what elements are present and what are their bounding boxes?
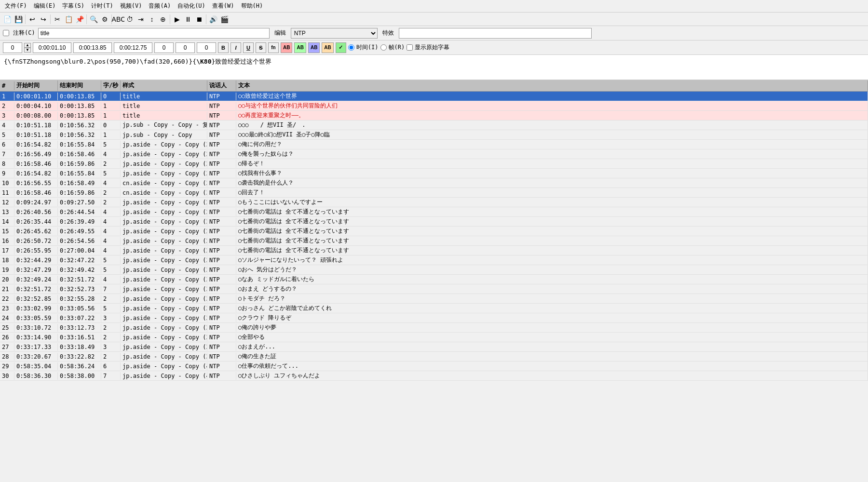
strikeout-button[interactable]: S <box>256 42 266 53</box>
timing-button[interactable]: ⏱ <box>124 14 135 25</box>
table-row[interactable]: 19 0:32:47.29 0:32:49.42 5 jp.aside - Co… <box>0 265 868 275</box>
table-row[interactable]: 7 0:16:56.49 0:16:58.46 4 jp.aside - Cop… <box>0 149 868 159</box>
table-row[interactable]: 29 0:58:35.04 0:58:36.24 6 jp.aside - Co… <box>0 362 868 371</box>
table-row[interactable]: 14 0:26:35.44 0:26:39.49 4 jp.aside - Co… <box>0 217 868 227</box>
fn-button[interactable]: fn <box>268 42 279 53</box>
layer-up[interactable]: ▲ <box>24 43 31 48</box>
shift-button[interactable]: ⇥ <box>136 14 146 25</box>
color2-button[interactable]: AB <box>294 42 306 53</box>
style-select[interactable]: NTP <box>291 28 378 39</box>
table-row[interactable]: 12 0:09:24.97 0:09:27.50 2 jp.aside - Co… <box>0 198 868 207</box>
text-edit-content[interactable]: {\fnSTZhongsong\blur0.2\pos(950,700)\fad… <box>4 57 864 67</box>
menu-view[interactable]: 查看(W) <box>209 1 237 11</box>
menu-audio[interactable]: 音频(A) <box>146 1 174 11</box>
bold-button[interactable]: B <box>218 42 229 53</box>
table-row[interactable]: 3 0:00:08.00 0:00:13.85 1 title NTP ○○再度… <box>0 111 868 120</box>
menu-bar: 文件(F) 编辑(E) 字幕(S) 计时(T) 视频(V) 音频(A) 自动化(… <box>0 0 868 13</box>
frame-radio[interactable] <box>380 44 387 51</box>
menu-edit[interactable]: 编辑(E) <box>31 1 59 11</box>
end-input[interactable] <box>73 42 112 53</box>
table-row[interactable]: 25 0:33:10.72 0:33:12.73 2 jp.aside - Co… <box>0 323 868 333</box>
menu-file[interactable]: 文件(F) <box>2 1 30 11</box>
start-input[interactable] <box>33 42 71 53</box>
table-row[interactable]: 26 0:33:14.90 0:33:16.51 2 jp.aside - Co… <box>0 333 868 342</box>
table-row[interactable]: 30 0:58:36.30 0:58:38.00 7 jp.aside - Co… <box>0 371 868 381</box>
table-row[interactable]: 17 0:26:55.95 0:27:00.04 4 jp.aside - Co… <box>0 246 868 255</box>
table-row[interactable]: 24 0:33:05.59 0:33:07.22 3 jp.aside - Co… <box>0 313 868 323</box>
redo-button[interactable]: ↪ <box>38 14 49 25</box>
time-radio[interactable] <box>348 44 354 51</box>
merge-button[interactable]: ⊕ <box>158 14 168 25</box>
prop-button[interactable]: ⚙ <box>99 14 110 25</box>
layer-input[interactable] <box>3 42 22 53</box>
cell-end: 0:26:54.56 <box>58 237 101 245</box>
layer-spinner[interactable]: ▲ ▼ <box>24 43 31 53</box>
show-original-checkbox[interactable] <box>407 44 413 51</box>
pause-button[interactable]: ⏸ <box>183 14 193 25</box>
menu-help[interactable]: 帮助(H) <box>238 1 266 11</box>
cell-text: ○七番街の電話は 全て不通となっています <box>236 227 868 236</box>
cell-text: ○ひさしぶり ユフィちゃんだよ <box>236 371 868 380</box>
cell-num: 30 <box>0 372 14 380</box>
color1-button[interactable]: AB <box>281 42 292 53</box>
cell-actor: NTP <box>207 102 236 110</box>
table-row[interactable]: 13 0:26:40.56 0:26:44.54 4 jp.aside - Co… <box>0 207 868 217</box>
annotation-checkbox[interactable] <box>3 30 9 36</box>
underline-button[interactable]: U <box>243 42 254 53</box>
margin-v-input[interactable] <box>197 42 216 53</box>
audio-button[interactable]: 🔊 <box>208 14 218 25</box>
table-row[interactable]: 15 0:26:45.62 0:26:49.55 4 jp.aside - Co… <box>0 227 868 236</box>
cell-num: 24 <box>0 314 14 322</box>
menu-subtitle[interactable]: 字幕(S) <box>59 1 87 11</box>
table-row[interactable]: 4 0:10:51.18 0:10:56.32 0 jp.sub - Copy … <box>0 120 868 130</box>
cut-button[interactable]: ✂ <box>52 14 63 25</box>
cell-cps: 3 <box>101 314 121 322</box>
table-row[interactable]: 27 0:33:17.33 0:33:18.49 3 jp.aside - Co… <box>0 342 868 352</box>
sort-button[interactable]: ↕ <box>147 14 157 25</box>
play-button[interactable]: ▶ <box>172 14 182 25</box>
table-row[interactable]: 16 0:26:50.72 0:26:54.56 4 jp.aside - Co… <box>0 236 868 246</box>
cell-style: jp.aside - Copy - Copy (3) <box>121 295 207 303</box>
copy-button[interactable]: 📋 <box>63 14 74 25</box>
cell-text: ○找我有什么事？ <box>236 169 868 178</box>
color4-button[interactable]: AB <box>322 42 333 53</box>
effect-input[interactable] <box>399 28 592 39</box>
margin-l-input[interactable] <box>154 42 174 53</box>
duration-input[interactable] <box>114 42 152 53</box>
stop-button[interactable]: ⏹ <box>194 14 204 25</box>
table-row[interactable]: 21 0:32:51.72 0:32:52.73 7 jp.aside - Co… <box>0 284 868 294</box>
table-row[interactable]: 10 0:16:56.55 0:16:58.49 4 cn.aside - Co… <box>0 178 868 188</box>
commit-button[interactable]: ✓ <box>336 42 346 53</box>
table-row[interactable]: 8 0:16:58.46 0:16:59.86 2 jp.aside - Cop… <box>0 159 868 169</box>
spell-button[interactable]: ABC <box>113 14 124 25</box>
table-row[interactable]: 9 0:16:54.82 0:16:55.84 5 jp.aside - Cop… <box>0 169 868 178</box>
cell-num: 20 <box>0 276 14 283</box>
italic-button[interactable]: I <box>231 42 241 53</box>
undo-button[interactable]: ↩ <box>27 14 38 25</box>
annotation-text-input[interactable] <box>38 28 270 39</box>
menu-video[interactable]: 视频(V) <box>117 1 145 11</box>
video-button[interactable]: 🎬 <box>219 14 230 25</box>
table-row[interactable]: 20 0:32:49.24 0:32:51.72 4 jp.aside - Co… <box>0 275 868 284</box>
table-row[interactable]: 11 0:16:58.46 0:16:59.86 2 cn.aside - Co… <box>0 188 868 198</box>
save-button[interactable]: 💾 <box>13 14 24 25</box>
table-row[interactable]: 2 0:00:04.10 0:00:13.85 1 title NTP ○○与这… <box>0 101 868 111</box>
table-row[interactable]: 6 0:16:54.82 0:16:55.84 5 jp.aside - Cop… <box>0 140 868 149</box>
cell-cps: 0 <box>101 121 121 129</box>
table-row[interactable]: 5 0:10:51.18 0:10:56.32 1 jp.sub - Copy … <box>0 130 868 140</box>
margin-r-input[interactable] <box>176 42 195 53</box>
table-row[interactable]: 18 0:32:44.29 0:32:47.22 5 jp.aside - Co… <box>0 255 868 265</box>
menu-auto[interactable]: 自动化(U) <box>175 1 208 11</box>
table-row[interactable]: 23 0:33:02.99 0:33:05.56 5 jp.aside - Co… <box>0 304 868 313</box>
table-row[interactable]: 1 0:00:01.10 0:00:13.85 0 title NTP ○○致曾… <box>0 92 868 101</box>
find-button[interactable]: 🔍 <box>88 14 99 25</box>
cell-num: 28 <box>0 353 14 361</box>
layer-down[interactable]: ▼ <box>24 48 31 53</box>
table-row[interactable]: 22 0:32:52.85 0:32:55.28 2 jp.aside - Co… <box>0 294 868 304</box>
cell-style: jp.aside - Copy - Copy (2) <box>121 228 207 235</box>
color3-button[interactable]: AB <box>308 42 320 53</box>
menu-timing[interactable]: 计时(T) <box>88 1 116 11</box>
new-button[interactable]: 📄 <box>2 14 13 25</box>
table-row[interactable]: 28 0:33:20.67 0:33:22.82 2 jp.aside - Co… <box>0 352 868 362</box>
paste-button[interactable]: 📌 <box>74 14 85 25</box>
